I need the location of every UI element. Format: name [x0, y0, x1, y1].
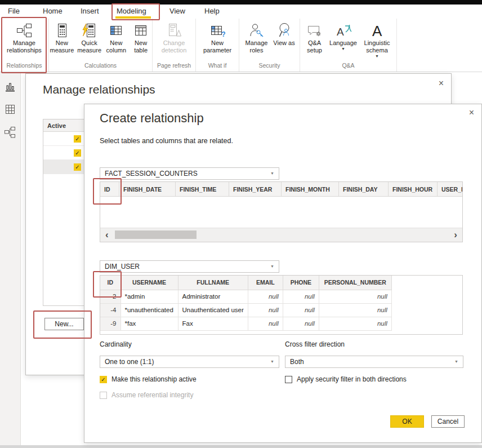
cell-id[interactable]: -9 [100, 317, 120, 330]
table-row[interactable]: -9 *fax Fax null null null [100, 317, 391, 330]
group-label-calculations: Calculations [49, 61, 152, 72]
cross-filter-select[interactable]: Both ▼ [285, 356, 463, 368]
column-header-email[interactable]: EMAIL [248, 276, 283, 290]
cell-fullname[interactable]: Unauthenticated user [178, 303, 248, 317]
scroll-right-icon[interactable]: › [449, 229, 462, 241]
view-as-label: View as [273, 39, 294, 47]
language-label: Language [329, 39, 357, 47]
tab-view[interactable]: View [169, 7, 185, 15]
qa-setup-button[interactable]: Q&A setup [302, 21, 327, 54]
column-header-finish-year[interactable]: FINISH_YEAR [229, 182, 282, 196]
new-relationship-button[interactable]: New... [44, 318, 84, 330]
cell-phone[interactable]: null [283, 317, 319, 330]
cell-email[interactable]: null [248, 290, 283, 303]
ribbon-tab-bar: File Home Insert Modeling View Help [0, 5, 482, 19]
cell-email[interactable]: null [248, 303, 283, 317]
ribbon-group-what-if: ? New parameter What if [196, 19, 239, 72]
group-label-qa: Q&A [300, 61, 396, 72]
cardinality-select[interactable]: One to one (1:1) ▼ [100, 356, 279, 368]
make-relationship-active-checkbox[interactable]: ✓ Make this relationship active [100, 375, 197, 383]
relationship-row[interactable]: ✓ [43, 146, 86, 160]
fact-table-select-value: FACT_SESSION_COUNTERS [105, 170, 198, 178]
new-parameter-button[interactable]: ? New parameter [200, 21, 234, 54]
new-column-button[interactable]: New column [104, 21, 128, 54]
tab-modeling[interactable]: Modeling [117, 7, 146, 15]
close-icon[interactable]: × [469, 108, 474, 117]
cell-fullname[interactable]: Fax [178, 317, 248, 330]
horizontal-scrollbar[interactable]: ‹ › [100, 228, 462, 242]
column-header-finish-month[interactable]: FINISH_MONTH [282, 182, 339, 196]
cell-username[interactable]: *unauthenticated [120, 303, 178, 317]
active-checkbox-checked[interactable]: ✓ [74, 149, 81, 157]
tab-file[interactable]: File [8, 7, 20, 15]
new-measure-button[interactable]: New measure [49, 21, 75, 54]
view-as-button[interactable]: View as [272, 21, 297, 47]
column-header-phone[interactable]: PHONE [283, 276, 319, 290]
new-parameter-label: New parameter [200, 39, 234, 54]
cell-username[interactable]: *fax [120, 317, 178, 330]
scrollbar-thumb[interactable] [115, 230, 197, 239]
relationship-row-selected[interactable]: ✓ [43, 160, 86, 174]
tab-home[interactable]: Home [43, 7, 63, 15]
linguistic-schema-button[interactable]: A Linguistic schema ▼ [360, 21, 395, 59]
checkbox-checked[interactable]: ✓ [100, 376, 107, 383]
close-icon[interactable]: × [439, 79, 444, 88]
cell-personal-number[interactable]: null [319, 303, 391, 317]
manage-roles-button[interactable]: Manage roles [243, 21, 271, 54]
cell-personal-number[interactable]: null [319, 290, 391, 303]
ribbon-group-calculations: New measure Quick measure [49, 19, 153, 72]
cell-phone[interactable]: null [283, 290, 319, 303]
report-view-icon[interactable] [5, 81, 16, 92]
cross-filter-select-value: Both [290, 358, 304, 366]
chevron-down-icon: ▼ [375, 54, 379, 59]
tab-insert[interactable]: Insert [81, 7, 99, 15]
dim-table-select[interactable]: DIM_USER ▼ [100, 260, 279, 273]
new-table-label: New table [130, 39, 152, 54]
table-row[interactable]: -4 *unauthenticated Unauthenticated user… [100, 303, 391, 317]
cell-fullname[interactable]: Administrator [178, 290, 248, 303]
column-header-finish-time[interactable]: FINISH_TIME [176, 182, 229, 196]
column-header-finish-day[interactable]: FINISH_DAY [339, 182, 389, 196]
cell-id[interactable]: -2 [100, 290, 120, 303]
quick-measure-button[interactable]: Quick measure [76, 21, 103, 54]
active-checkbox-checked[interactable]: ✓ [74, 163, 81, 171]
column-header-finish-hour[interactable]: FINISH_HOUR [389, 182, 438, 196]
cell-username[interactable]: *admin [120, 290, 178, 303]
new-table-button[interactable]: New table [130, 21, 152, 54]
dropdown-caret-icon: ▼ [454, 360, 458, 364]
table-row[interactable]: -2 *admin Administrator null null null [100, 290, 391, 303]
apply-security-filter-label: Apply security filter in both directions [297, 375, 407, 383]
column-header-fullname[interactable]: FULLNAME [178, 276, 248, 290]
model-view-icon[interactable] [4, 126, 16, 139]
cell-email[interactable]: null [248, 317, 283, 330]
group-label-page-refresh: Page refresh [153, 61, 195, 72]
qa-setup-label: Q&A setup [302, 39, 327, 54]
column-header-id[interactable]: ID [100, 276, 120, 290]
relationship-row[interactable]: ✓ [43, 132, 86, 146]
active-checkbox-checked[interactable]: ✓ [74, 135, 81, 143]
data-view-icon[interactable] [5, 104, 16, 115]
column-header-personal-number[interactable]: PERSONAL_NUMBER [319, 276, 391, 290]
fact-table-select[interactable]: FACT_SESSION_COUNTERS ▼ [100, 167, 279, 180]
checkbox-unchecked[interactable] [285, 376, 292, 383]
language-button[interactable]: A Language ▼ [328, 21, 359, 51]
ok-button[interactable]: OK [390, 415, 424, 428]
column-header-finish-date[interactable]: FINISH_DATE [119, 182, 176, 196]
new-column-label: New column [104, 39, 128, 54]
column-header-user-id[interactable]: USER_ID [438, 182, 462, 196]
manage-relationships-button[interactable]: Manage relationships [2, 21, 46, 54]
group-label-security: Security [239, 61, 300, 72]
cell-id[interactable]: -4 [100, 303, 120, 317]
scroll-left-icon[interactable]: ‹ [100, 229, 114, 241]
cardinality-label: Cardinality [100, 340, 132, 348]
column-header-username[interactable]: USERNAME [120, 276, 178, 290]
column-header-id[interactable]: ID [100, 182, 119, 196]
svg-text:A: A [372, 23, 382, 38]
tab-help[interactable]: Help [204, 7, 220, 15]
cell-phone[interactable]: null [283, 303, 319, 317]
table-column-icon [109, 21, 123, 39]
apply-security-filter-checkbox[interactable]: Apply security filter in both directions [285, 375, 407, 383]
cancel-button[interactable]: Cancel [431, 415, 465, 428]
change-detection-label: Change detection [157, 39, 191, 54]
cell-personal-number[interactable]: null [319, 317, 391, 330]
